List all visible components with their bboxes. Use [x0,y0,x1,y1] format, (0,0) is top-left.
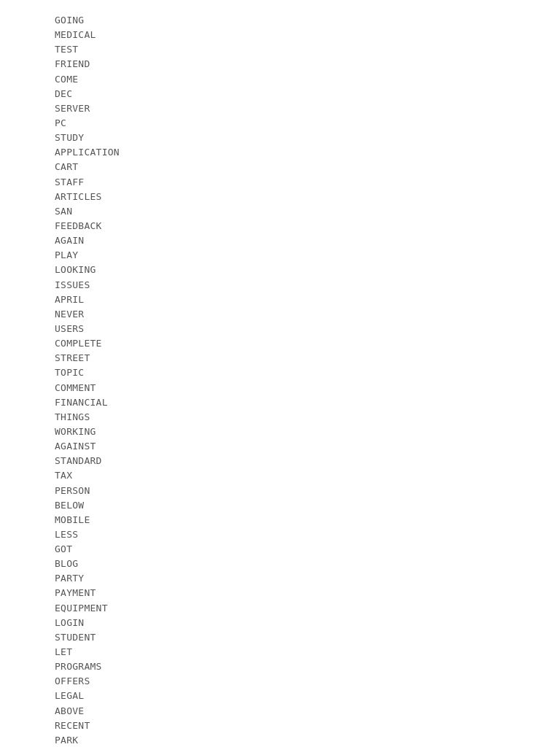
list-item: APPLICATION [55,145,505,160]
list-item: EQUIPMENT [55,601,505,616]
list-item: DEC [55,87,505,101]
list-item: PAYMENT [55,586,505,600]
list-item: FRIEND [55,57,505,71]
list-item: PROGRAMS [55,659,505,674]
list-item: OFFERS [55,674,505,689]
list-item: COME [55,72,505,87]
list-item: AGAIN [55,233,505,248]
list-item: MOBILE [55,513,505,527]
list-item: LOOKING [55,263,505,277]
list-item: FEEDBACK [55,219,505,233]
list-item: LESS [55,527,505,542]
list-item: PC [55,116,505,131]
list-item: WORKING [55,425,505,439]
word-list: GOINGMEDICALTESTFRIENDCOMEDECSERVERPCSTU… [55,7,505,747]
list-item: TOPIC [55,365,505,380]
list-item: LOGIN [55,616,505,630]
list-item: STAFF [55,175,505,190]
list-item: LEGAL [55,689,505,703]
list-item: ARTICLES [55,190,505,204]
list-item: COMMENT [55,381,505,395]
list-item: RECENT [55,719,505,733]
list-item: STANDARD [55,454,505,468]
list-item: CART [55,160,505,174]
list-item: TAX [55,468,505,483]
list-item: USERS [55,322,505,336]
list-item: GOING [55,13,505,28]
list-item: NEVER [55,307,505,322]
list-item: PARK [55,733,505,747]
list-item: BELOW [55,498,505,513]
list-item: COMPLETE [55,336,505,351]
list-item: STREET [55,351,505,365]
list-item: THINGS [55,410,505,425]
list-item: MEDICAL [55,28,505,42]
list-item: PARTY [55,571,505,586]
list-item: BLOG [55,557,505,571]
list-item: ISSUES [55,278,505,293]
list-item: SERVER [55,101,505,116]
list-item: PLAY [55,248,505,263]
list-item: TEST [55,42,505,57]
list-item: AGAINST [55,439,505,454]
list-item: APRIL [55,293,505,307]
list-item: ABOVE [55,704,505,719]
list-item: SAN [55,204,505,219]
list-item: STUDENT [55,630,505,645]
list-item: GOT [55,542,505,557]
list-item: FINANCIAL [55,395,505,410]
list-item: PERSON [55,484,505,498]
list-item: STUDY [55,131,505,145]
list-item: LET [55,645,505,659]
